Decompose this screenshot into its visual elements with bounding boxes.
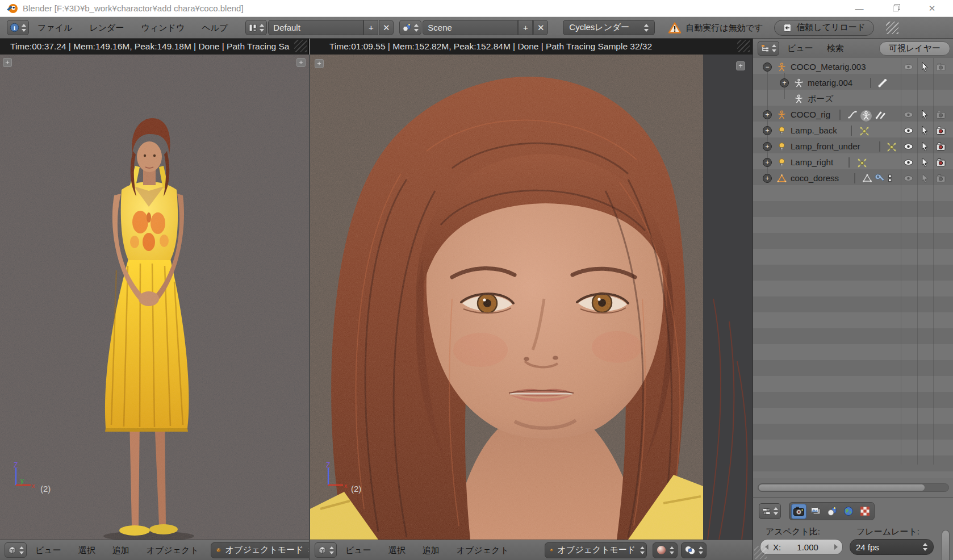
outliner-menu-search[interactable]: 検索 xyxy=(821,39,850,58)
outliner-row-lamp-back[interactable]: + Lamp._back xyxy=(753,123,953,139)
dropdown-arrows xyxy=(771,44,776,52)
editor-type-button-3dview[interactable] xyxy=(315,542,337,558)
selectability-cursor-icon[interactable] xyxy=(920,126,929,136)
expand-toggle[interactable]: + xyxy=(780,78,789,87)
editor-type-button-info[interactable]: i xyxy=(7,20,29,35)
expand-toggle[interactable]: + xyxy=(763,142,772,151)
render-engine-dropdown[interactable]: Cyclesレンダー xyxy=(563,20,655,35)
viewport-left[interactable]: + + Z x y (2) xyxy=(0,55,310,540)
scene-field[interactable]: Scene xyxy=(423,20,518,35)
renderability-camera-icon[interactable] xyxy=(935,157,946,168)
outliner-row-metarig[interactable]: + metarig.004 xyxy=(753,75,953,91)
visibility-eye-icon[interactable] xyxy=(903,126,914,136)
separator xyxy=(839,110,841,120)
menu-object[interactable]: オブジェクト xyxy=(448,540,517,560)
tab-world[interactable] xyxy=(841,504,856,519)
minimize-button[interactable]: — xyxy=(846,0,872,17)
framerate-dropdown[interactable]: 24 fps xyxy=(850,539,934,555)
editor-type-button-properties[interactable] xyxy=(759,503,781,519)
renderability-camera-icon[interactable] xyxy=(935,126,946,136)
sidebar-expand-button[interactable]: + xyxy=(736,61,745,70)
scene-icon-button[interactable] xyxy=(399,20,421,35)
menu-window[interactable]: ウィンドウ xyxy=(132,18,193,38)
object-mode-cube-icon xyxy=(216,545,221,555)
tab-render[interactable] xyxy=(791,504,806,519)
menu-help[interactable]: ヘルプ xyxy=(193,18,236,38)
render-face-closeup xyxy=(310,55,753,540)
outliner-horizontal-scrollbar[interactable] xyxy=(758,483,949,492)
sidebar-expand-button[interactable]: + xyxy=(296,58,306,67)
selectability-cursor-icon[interactable] xyxy=(920,173,929,183)
selectability-cursor-icon[interactable] xyxy=(920,157,929,168)
increment-arrow[interactable] xyxy=(834,544,838,550)
outliner-item-label[interactable]: COCO_Metarig.003 xyxy=(791,59,866,75)
outliner-item-label[interactable]: Lamp._back xyxy=(791,123,837,139)
texture-checker-icon xyxy=(859,505,871,517)
tab-render-layers[interactable] xyxy=(808,504,823,519)
outliner-item-label[interactable]: coco_doress xyxy=(791,170,839,186)
add-layout-button[interactable]: + xyxy=(363,20,378,35)
expand-toggle[interactable]: + xyxy=(763,110,772,119)
menu-render[interactable]: レンダー xyxy=(81,18,132,38)
outliner-row-pose[interactable]: ポーズ xyxy=(753,91,953,107)
outliner-row-coco-metarig[interactable]: − COCO_Metarig.003 xyxy=(753,59,953,75)
tab-texture[interactable] xyxy=(857,504,872,519)
selectability-cursor-icon[interactable] xyxy=(920,62,929,72)
expand-toggle[interactable]: + xyxy=(763,158,772,167)
expand-toggle[interactable]: + xyxy=(763,126,772,135)
menu-view[interactable]: ビュー xyxy=(27,540,70,560)
delete-layout-button[interactable]: ✕ xyxy=(379,20,394,35)
selectability-cursor-icon[interactable] xyxy=(920,141,929,152)
mode-dropdown[interactable]: オブジェクトモード xyxy=(211,542,310,558)
aspect-x-field[interactable]: X: 1.000 xyxy=(760,539,843,555)
outliner-row-coco-doress[interactable]: + coco_doress xyxy=(753,170,953,186)
add-scene-button[interactable]: + xyxy=(518,20,533,35)
renderability-camera-icon[interactable] xyxy=(935,173,946,183)
mode-dropdown[interactable]: オブジェクトモード xyxy=(545,542,647,558)
pivot-center-dropdown[interactable] xyxy=(681,542,707,558)
outliner-row-coco-rig[interactable]: + COCO_rig xyxy=(753,107,953,123)
renderability-camera-icon[interactable] xyxy=(935,141,946,152)
menu-select[interactable]: 選択 xyxy=(70,540,104,560)
tab-scene[interactable] xyxy=(824,504,839,519)
menu-select[interactable]: 選択 xyxy=(380,540,414,560)
viewport-center[interactable]: + + Z x (2) xyxy=(310,55,753,540)
renderability-camera-icon[interactable] xyxy=(935,110,946,120)
close-button[interactable]: ✕ xyxy=(919,0,945,17)
trusted-reload-button[interactable]: 信頼してリロード xyxy=(774,20,874,36)
expand-toggle[interactable]: + xyxy=(763,174,772,183)
properties-scrollbar[interactable] xyxy=(942,530,950,560)
menu-object[interactable]: オブジェクト xyxy=(138,540,207,560)
menu-add[interactable]: 追加 xyxy=(414,540,448,560)
editor-type-button-outliner[interactable] xyxy=(758,41,779,56)
outliner-item-label[interactable]: ポーズ xyxy=(808,91,834,107)
selectability-cursor-icon[interactable] xyxy=(920,110,929,120)
editor-type-button-3dview[interactable] xyxy=(5,542,27,558)
renderability-camera-icon[interactable] xyxy=(935,62,946,72)
delete-scene-button[interactable]: ✕ xyxy=(533,20,548,35)
visibility-eye-icon[interactable] xyxy=(903,157,914,168)
outliner-row-lamp-front-under[interactable]: + Lamp_front_under xyxy=(753,139,953,154)
menu-add[interactable]: 追加 xyxy=(104,540,138,560)
outliner-item-label[interactable]: COCO_rig xyxy=(791,107,830,123)
scrollbar-thumb[interactable] xyxy=(759,484,925,491)
outliner-menu-view[interactable]: ビュー xyxy=(779,39,821,58)
visibility-eye-icon[interactable] xyxy=(903,62,914,72)
outliner-display-filter-dropdown[interactable]: 可視レイヤー xyxy=(879,41,950,56)
menu-file[interactable]: ファイル xyxy=(29,18,81,38)
menu-view[interactable]: ビュー xyxy=(337,540,380,560)
visibility-eye-icon[interactable] xyxy=(903,141,914,152)
restore-button[interactable] xyxy=(884,0,910,17)
outliner-item-label[interactable]: metarig.004 xyxy=(808,75,852,91)
collapse-toggle[interactable]: − xyxy=(763,62,772,72)
toolbar-expand-button[interactable]: + xyxy=(315,59,324,68)
screen-layout-field[interactable]: Default xyxy=(268,20,363,35)
toolbar-expand-button[interactable]: + xyxy=(3,58,12,67)
outliner-row-lamp-right[interactable]: + Lamp_right xyxy=(753,154,953,170)
visibility-eye-icon[interactable] xyxy=(903,173,914,183)
screen-layout-icon-button[interactable] xyxy=(245,20,267,35)
viewport-shading-dropdown[interactable] xyxy=(653,542,678,558)
outliner-item-label[interactable]: Lamp_right xyxy=(791,154,833,170)
outliner-item-label[interactable]: Lamp_front_under xyxy=(791,139,860,154)
visibility-eye-icon[interactable] xyxy=(903,110,914,120)
